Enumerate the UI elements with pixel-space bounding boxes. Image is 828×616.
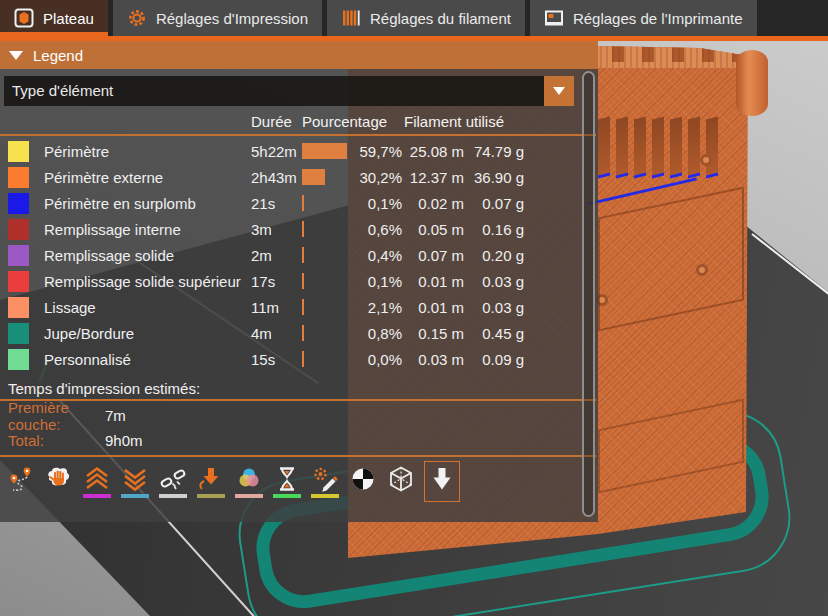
percent-bar-cell	[302, 169, 352, 185]
filament-settings-icon	[341, 8, 361, 28]
tool-changes-icon[interactable]	[196, 465, 226, 498]
col-filament: Filament utilisé	[402, 113, 524, 130]
percent-bar-cell	[302, 247, 352, 263]
shells-icon[interactable]	[386, 465, 416, 498]
tab-label: Plateau	[43, 10, 94, 27]
main-tab-bar: Plateau Réglages d'Impression Réglages d…	[0, 0, 828, 36]
percent-bar	[302, 351, 304, 367]
row-grams: 0.03 g	[464, 299, 524, 316]
row-duration: 2h43m	[246, 169, 302, 186]
row-grams: 0.09 g	[464, 351, 524, 368]
legend-column-headers: Durée Pourcentage Filament utilisé	[0, 110, 598, 132]
model-vents	[598, 118, 718, 177]
legend-row-jupe-bordure[interactable]: Jupe/Bordure 4m 0,8% 0.15 m 0.45 g	[0, 320, 598, 346]
legend-header[interactable]: Legend	[0, 41, 598, 69]
pause-prints-icon[interactable]	[272, 465, 302, 498]
row-label: Remplissage solide supérieur	[44, 273, 246, 290]
row-percent: 0,1%	[352, 195, 402, 212]
print-settings-gear-icon	[127, 8, 147, 28]
row-grams: 0.07 g	[464, 195, 524, 212]
tab-filament-settings[interactable]: Réglages du filament	[327, 0, 525, 36]
center-of-gravity-icon[interactable]	[348, 465, 378, 498]
percent-bar	[302, 325, 304, 341]
tab-print-settings[interactable]: Réglages d'Impression	[113, 0, 322, 36]
legend-title: Legend	[33, 47, 83, 64]
row-grams: 36.90 g	[464, 169, 524, 186]
row-percent: 0,4%	[352, 247, 402, 264]
wipe-icon[interactable]	[44, 465, 74, 498]
legend-row-lissage[interactable]: Lissage 11m 2,1% 0.01 m 0.03 g	[0, 294, 598, 320]
row-duration: 11m	[246, 299, 302, 316]
printer-settings-icon	[544, 8, 564, 28]
model-recessed-panel	[598, 186, 744, 331]
row-label: Lissage	[44, 299, 246, 316]
estimated-times-title: Temps d'impression estimés:	[8, 380, 598, 397]
custom-gcodes-icon[interactable]	[310, 465, 340, 498]
row-grams: 0.45 g	[464, 325, 524, 342]
row-meters: 0.05 m	[402, 221, 464, 238]
legend-toolbar	[6, 465, 598, 502]
row-meters: 0.07 m	[402, 247, 464, 264]
col-percentage: Pourcentage	[302, 113, 402, 130]
row-grams: 74.79 g	[464, 143, 524, 160]
row-duration: 2m	[246, 247, 302, 264]
total-value: 9h0m	[105, 432, 143, 449]
legend-row-perimetre[interactable]: Périmètre 5h22m 59,7% 25.08 m 74.79 g	[0, 138, 598, 164]
tab-label: Réglages de l'Imprimante	[573, 10, 743, 27]
travels-icon[interactable]	[6, 465, 36, 498]
row-label: Personnalisé	[44, 351, 246, 368]
percent-bar	[302, 247, 304, 263]
percent-bar	[302, 299, 304, 315]
row-meters: 12.37 m	[402, 169, 464, 186]
legend-row-remplissage-solide-superieur[interactable]: Remplissage solide supérieur 17s 0,1% 0.…	[0, 268, 598, 294]
row-label: Remplissage interne	[44, 221, 246, 238]
tab-printer-settings[interactable]: Réglages de l'Imprimante	[530, 0, 757, 36]
row-meters: 0.03 m	[402, 351, 464, 368]
row-color-swatch	[8, 167, 29, 188]
legend-panel: Legend Type d'élément Durée Pourcentage …	[0, 41, 598, 522]
row-percent: 0,1%	[352, 273, 402, 290]
row-duration: 5h22m	[246, 143, 302, 160]
first-layer-value: 7m	[105, 407, 126, 424]
divider	[0, 134, 596, 136]
tab-plateau[interactable]: Plateau	[0, 0, 108, 36]
legend-row-personnalise[interactable]: Personnalisé 15s 0,0% 0.03 m 0.09 g	[0, 346, 598, 372]
dropdown-button[interactable]	[544, 76, 574, 106]
model-base-groove	[598, 398, 744, 493]
col-duration: Durée	[246, 113, 302, 130]
gcode-viewer-screen: Plateau Réglages d'Impression Réglages d…	[0, 0, 828, 616]
tab-label: Réglages du filament	[370, 10, 511, 27]
view-type-dropdown[interactable]: Type d'élément	[4, 76, 574, 106]
legend-row-remplissage-solide[interactable]: Remplissage solide 2m 0,4% 0.07 m 0.20 g	[0, 242, 598, 268]
total-label: Total:	[8, 432, 105, 449]
percent-bar	[302, 143, 347, 159]
legend-row-perimetre-surplomb[interactable]: Périmètre en surplomb 21s 0,1% 0.02 m 0.…	[0, 190, 598, 216]
model-crenellation	[582, 45, 742, 62]
row-percent: 0,8%	[352, 325, 402, 342]
tool-marker-icon[interactable]	[424, 461, 460, 502]
legend-row-remplissage-interne[interactable]: Remplissage interne 3m 0,6% 0.05 m 0.16 …	[0, 216, 598, 242]
percent-bar	[302, 273, 304, 289]
legend-scrollbar[interactable]	[582, 71, 595, 517]
legend-row-perimetre-externe[interactable]: Périmètre externe 2h43m 30,2% 12.37 m 36…	[0, 164, 598, 190]
percent-bar-cell	[302, 221, 352, 237]
retractions-icon[interactable]	[82, 465, 112, 498]
row-color-swatch	[8, 297, 29, 318]
view-type-value: Type d'élément	[4, 82, 113, 99]
row-duration: 21s	[246, 195, 302, 212]
row-meters: 0.01 m	[402, 299, 464, 316]
seams-icon[interactable]	[158, 465, 188, 498]
color-changes-icon[interactable]	[234, 465, 264, 498]
row-percent: 30,2%	[352, 169, 402, 186]
percent-bar	[302, 195, 304, 211]
row-meters: 0.15 m	[402, 325, 464, 342]
chevron-down-icon	[553, 87, 565, 95]
row-color-swatch	[8, 219, 29, 240]
deretractions-icon[interactable]	[120, 465, 150, 498]
row-color-swatch	[8, 245, 29, 266]
percent-bar	[302, 221, 304, 237]
row-percent: 2,1%	[352, 299, 402, 316]
percent-bar-cell	[302, 299, 352, 315]
row-duration: 17s	[246, 273, 302, 290]
row-grams: 0.03 g	[464, 273, 524, 290]
